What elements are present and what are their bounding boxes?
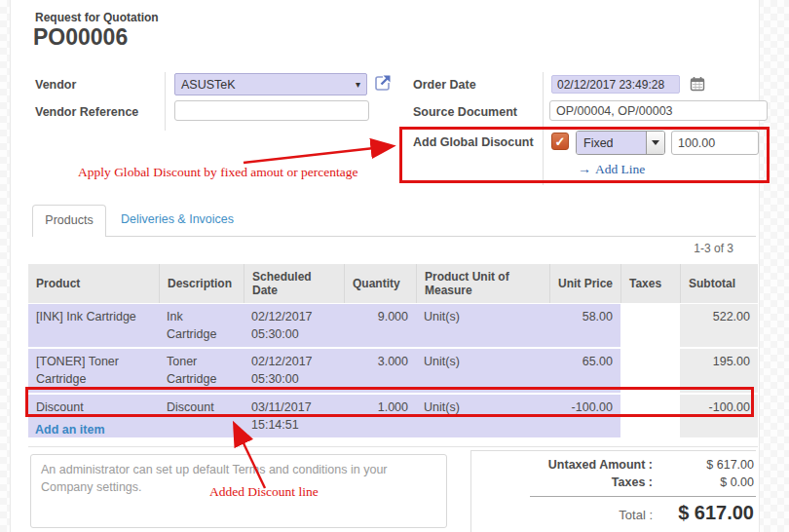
- cell-description[interactable]: Toner Cartridge: [159, 349, 244, 392]
- cell-subtotal: 195.00: [680, 349, 758, 392]
- untaxed-amount-row: Untaxed Amount : $ 617.00: [471, 458, 756, 472]
- source-document-label: Source Document: [413, 105, 517, 119]
- tab-bar-divider: [105, 236, 756, 237]
- taxes-label: Taxes :: [471, 475, 653, 489]
- section-divider: [28, 446, 758, 447]
- cell-unit-price[interactable]: 58.00: [549, 304, 620, 347]
- column-header-scheduled-date[interactable]: Scheduled Date: [244, 264, 344, 303]
- add-an-item-link[interactable]: Add an item: [35, 423, 105, 437]
- field-group-divider-left: [165, 72, 166, 131]
- total-label: Total :: [471, 508, 653, 522]
- global-discount-label: Add Global Disocunt: [413, 135, 534, 149]
- vendor-open-record-button[interactable]: [373, 73, 393, 93]
- total-row: Total : $ 617.00: [471, 502, 756, 524]
- caret-down-icon: [652, 140, 659, 145]
- cell-unit-price[interactable]: -100.00: [549, 395, 620, 437]
- cell-description[interactable]: Discount: [159, 395, 244, 437]
- date-picker-button[interactable]: [690, 76, 705, 92]
- column-header-quantity[interactable]: Quantity: [344, 264, 416, 303]
- cell-quantity[interactable]: 9.000: [344, 304, 416, 347]
- cell-subtotal: 522.00: [680, 304, 758, 347]
- global-discount-checkbox[interactable]: ✓: [551, 133, 569, 150]
- field-group-divider-right: [543, 72, 544, 185]
- table-row-discount[interactable]: Discount Discount 03/11/2017 15:14:51 1.…: [28, 395, 758, 437]
- pager-range: 1-3 of 3: [634, 242, 733, 255]
- column-header-uom[interactable]: Product Unit of Measure: [416, 264, 549, 303]
- cell-quantity[interactable]: 3.000: [344, 349, 416, 392]
- cell-scheduled-date[interactable]: 03/11/2017 15:14:51: [244, 395, 344, 437]
- cell-description[interactable]: Ink Cartridge: [159, 304, 244, 347]
- column-header-subtotal[interactable]: Subtotal: [680, 264, 758, 303]
- caret-down-icon: ▾: [356, 79, 360, 90]
- discount-type-dropdown-button[interactable]: [646, 132, 664, 154]
- vendor-select-value: ASUSTeK: [181, 78, 236, 92]
- cell-scheduled-date[interactable]: 02/12/2017 05:30:00: [244, 304, 344, 347]
- tab-deliveries-invoices[interactable]: Deliveries & Invoices: [121, 212, 234, 226]
- cell-scheduled-date[interactable]: 02/12/2017 05:30:00: [244, 349, 344, 392]
- external-link-icon: [373, 73, 393, 93]
- cell-taxes[interactable]: [620, 304, 680, 347]
- order-date-label: Order Date: [413, 78, 476, 92]
- source-document-input[interactable]: [549, 100, 768, 121]
- page-title: PO00006: [33, 24, 128, 51]
- cell-uom[interactable]: Unit(s): [416, 395, 549, 437]
- cell-subtotal: -100.00: [680, 395, 758, 437]
- discount-amount-input[interactable]: [671, 131, 759, 155]
- vendor-label: Vendor: [35, 78, 76, 92]
- table-row[interactable]: [TONER] Toner Cartridge Toner Cartridge …: [28, 349, 758, 392]
- add-line-button[interactable]: → Add Line: [578, 162, 645, 177]
- annotation-note-discount-line: Added Discount line: [209, 484, 319, 500]
- tab-products[interactable]: Products: [32, 205, 106, 237]
- document-type-label: Request for Quotation: [35, 11, 159, 24]
- taxes-value: $ 0.00: [653, 475, 756, 489]
- totals-panel: Untaxed Amount : $ 617.00 Taxes : $ 0.00…: [470, 450, 756, 532]
- cell-uom[interactable]: Unit(s): [416, 304, 549, 347]
- cell-product[interactable]: [TONER] Toner Cartridge: [28, 349, 159, 392]
- column-header-description[interactable]: Description: [159, 264, 244, 303]
- checkmark-icon: ✓: [555, 134, 566, 149]
- add-line-label: Add Line: [595, 162, 645, 177]
- column-header-taxes[interactable]: Taxes: [620, 264, 680, 303]
- cell-quantity[interactable]: 1.000: [344, 395, 416, 437]
- total-value: $ 617.00: [653, 502, 756, 524]
- totals-divider: [530, 496, 756, 497]
- annotation-note-discount-field: Apply Global Discount by fixed amout or …: [78, 165, 358, 180]
- column-header-unit-price[interactable]: Unit Price: [549, 264, 620, 303]
- order-lines-table: Product Description Scheduled Date Quant…: [28, 264, 758, 439]
- column-header-product[interactable]: Product: [28, 264, 159, 303]
- table-header-row: Product Description Scheduled Date Quant…: [28, 264, 758, 303]
- calendar-icon: [690, 76, 705, 92]
- order-date-input[interactable]: [551, 75, 680, 94]
- cell-unit-price[interactable]: 65.00: [549, 349, 620, 392]
- cell-product[interactable]: [INK] Ink Cartridge: [28, 304, 159, 347]
- table-row[interactable]: [INK] Ink Cartridge Ink Cartridge 02/12/…: [28, 304, 758, 347]
- untaxed-amount-label: Untaxed Amount :: [471, 458, 653, 472]
- vendor-select[interactable]: ASUSTeK ▾: [174, 73, 367, 95]
- discount-type-value: Fixed: [577, 132, 646, 154]
- cell-taxes[interactable]: [620, 395, 680, 437]
- vendor-reference-label: Vendor Reference: [35, 105, 138, 119]
- form-view: Request for Quotation PO00006 Vendor ASU…: [10, 0, 760, 532]
- cell-taxes[interactable]: [620, 349, 680, 392]
- discount-type-select[interactable]: Fixed: [576, 131, 665, 155]
- taxes-row: Taxes : $ 0.00: [471, 475, 756, 489]
- untaxed-amount-value: $ 617.00: [653, 458, 756, 472]
- vendor-reference-input[interactable]: [174, 100, 369, 121]
- cell-uom[interactable]: Unit(s): [416, 349, 549, 392]
- arrow-right-icon: →: [578, 162, 591, 177]
